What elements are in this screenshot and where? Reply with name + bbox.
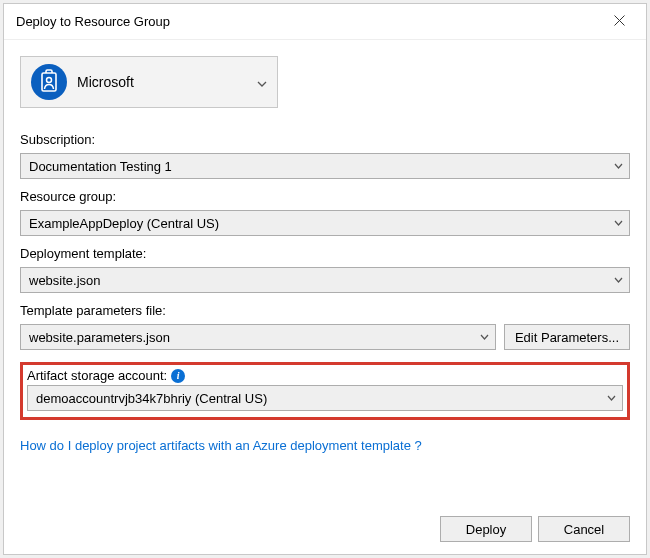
- badge-icon: [39, 69, 59, 96]
- titlebar: Deploy to Resource Group: [4, 4, 646, 40]
- chevron-down-icon: [614, 163, 623, 169]
- resource-group-label: Resource group:: [20, 189, 630, 204]
- cancel-button[interactable]: Cancel: [538, 516, 630, 542]
- template-params-value: website.parameters.json: [29, 330, 170, 345]
- deploy-button[interactable]: Deploy: [440, 516, 532, 542]
- deployment-template-label: Deployment template:: [20, 246, 630, 261]
- deployment-template-value: website.json: [29, 273, 101, 288]
- dialog-footer: Deploy Cancel: [20, 500, 630, 542]
- info-icon[interactable]: i: [171, 369, 185, 383]
- chevron-down-icon: [614, 277, 623, 283]
- svg-point-1: [47, 77, 52, 82]
- deploy-dialog: Deploy to Resource Group Microsoft: [3, 3, 647, 555]
- close-button[interactable]: [598, 7, 640, 37]
- template-params-select[interactable]: website.parameters.json: [20, 324, 496, 350]
- artifact-label: Artifact storage account:: [27, 368, 167, 383]
- edit-parameters-button[interactable]: Edit Parameters...: [504, 324, 630, 350]
- chevron-down-icon: [257, 75, 267, 90]
- chevron-down-icon: [480, 334, 489, 340]
- resource-group-select[interactable]: ExampleAppDeploy (Central US): [20, 210, 630, 236]
- template-params-row: website.parameters.json Edit Parameters.…: [20, 324, 630, 350]
- chevron-down-icon: [614, 220, 623, 226]
- close-icon: [614, 14, 625, 29]
- subscription-select[interactable]: Documentation Testing 1: [20, 153, 630, 179]
- artifact-storage-select[interactable]: demoaccountrvjb34k7bhriy (Central US): [27, 385, 623, 411]
- subscription-label: Subscription:: [20, 132, 630, 147]
- help-link[interactable]: How do I deploy project artifacts with a…: [20, 438, 630, 453]
- window-title: Deploy to Resource Group: [16, 14, 170, 29]
- resource-group-value: ExampleAppDeploy (Central US): [29, 216, 219, 231]
- template-params-label: Template parameters file:: [20, 303, 630, 318]
- deployment-template-select[interactable]: website.json: [20, 267, 630, 293]
- account-avatar: [31, 64, 67, 100]
- account-picker[interactable]: Microsoft: [20, 56, 278, 108]
- subscription-value: Documentation Testing 1: [29, 159, 172, 174]
- dialog-body: Microsoft Subscription: Documentation Te…: [4, 40, 646, 554]
- chevron-down-icon: [607, 395, 616, 401]
- artifact-storage-value: demoaccountrvjb34k7bhriy (Central US): [36, 391, 267, 406]
- artifact-highlight: Artifact storage account: i demoaccountr…: [20, 362, 630, 420]
- account-name: Microsoft: [77, 74, 257, 90]
